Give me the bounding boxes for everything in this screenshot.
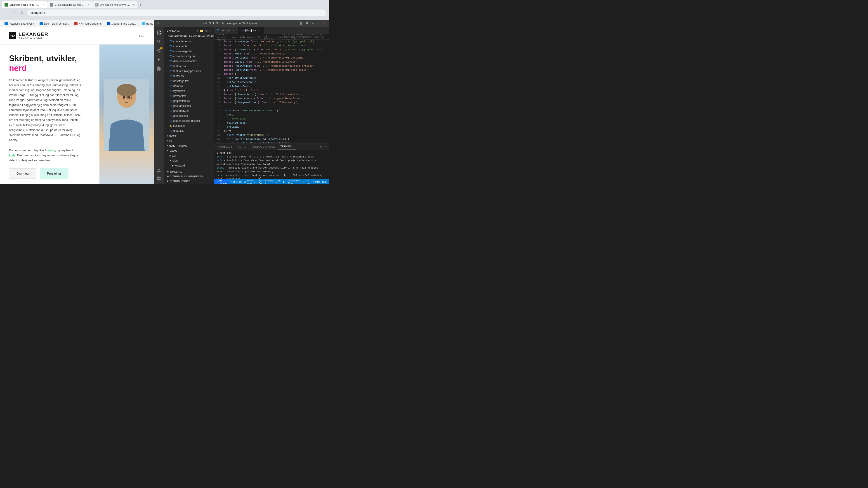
line-ending-status[interactable]: LF: [283, 181, 286, 183]
main-content: Autodesk SharePoint Blog – Dell Technol.…: [0, 20, 329, 184]
folder-node-modules[interactable]: ▶ node_modules: [164, 143, 214, 148]
folder-blog[interactable]: ▼ blog: [164, 158, 214, 163]
link-skrive[interactable]: skrive: [48, 149, 55, 152]
file-hashtags[interactable]: TS hashtags.tsx: [164, 78, 214, 84]
file-hero[interactable]: TS hero.tsx: [164, 84, 214, 89]
workspace-root[interactable]: ▼ NYE NETTSIDER LEKANGER.NO (WORKSPACE): [164, 34, 214, 39]
prosjekter-button[interactable]: Prosjekter: [40, 168, 68, 179]
back-button[interactable]: ←: [3, 9, 9, 16]
github-issues-section[interactable]: ▶ GITHUB ISSUES: [164, 179, 214, 184]
tab-title-2: Gratis arkivbilde av arbeid, arbe...: [55, 3, 86, 6]
github-prs-section[interactable]: ▶ GITHUB PULL REQUESTS: [164, 174, 214, 179]
file-featured-blog[interactable]: TS featured-blog-posts.tsx: [164, 69, 214, 74]
tab-close-2[interactable]: ✕: [87, 3, 90, 6]
terminal-line-1: $ next dev: [217, 151, 327, 155]
tab-slug[interactable]: TS [slug].tsx ✕: [238, 27, 264, 34]
encoding-status[interactable]: UTF-8: [276, 179, 281, 184]
refresh-icon[interactable]: ↻: [205, 29, 208, 33]
tab-close-3[interactable]: ✕: [132, 3, 135, 6]
git-branch-status[interactable]: ⎇ node : next · 1: [243, 179, 256, 184]
minimize-btn[interactable]: ─: [311, 21, 315, 25]
bookmark-sharepoint[interactable]: Autodesk SharePoint: [3, 22, 36, 26]
new-file-icon[interactable]: +: [196, 29, 198, 33]
folder-keyword[interactable]: ▶ keyword: [164, 163, 214, 168]
file-post-body[interactable]: TS post-body.tsx: [164, 108, 214, 113]
bookmark-nrk[interactable]: NRK radio-streams: [72, 22, 103, 26]
tab-hero-label: hero.tsx: [221, 29, 230, 32]
file-cover-image[interactable]: TS cover-image.tsx: [164, 49, 214, 54]
wsl-status[interactable]: ⇌ WSL: Ubuntu: [214, 180, 229, 184]
terminal-content[interactable]: $ next dev info – started server on 0.0.…: [214, 150, 329, 180]
layout-btn[interactable]: ⊞: [305, 21, 309, 25]
file-navbar[interactable]: TS navbar.tsx: [164, 94, 214, 98]
code-line-18: 18: [214, 105, 329, 109]
line-ending-label: LF: [283, 181, 286, 183]
code-line-4: 4 import { useRouter } from 'next/router…: [214, 48, 329, 52]
vscode-body: EXPLORER + 📁 ↻ ≡ ▼ NYE NETTSIDER LEKANGE…: [154, 27, 329, 184]
problems-tab[interactable]: PROBLEMS: [216, 143, 235, 150]
run-icon[interactable]: [155, 56, 163, 64]
ts-icon: TS: [169, 105, 173, 107]
maximize-btn[interactable]: □: [316, 21, 320, 25]
file-pagination[interactable]: TS pagination.tsx: [164, 98, 214, 103]
file-footer[interactable]: TS footer.tsx: [164, 74, 214, 78]
tab-hero-close[interactable]: ✕: [232, 29, 235, 32]
close-btn[interactable]: ✕: [322, 21, 327, 25]
split-terminal-btn[interactable]: ⊕: [320, 144, 323, 149]
sidebar-toggle-btn[interactable]: ▤: [299, 21, 303, 25]
ts-icon: TS: [169, 60, 173, 63]
file-container[interactable]: TS container.tsx: [164, 44, 214, 49]
address-bar[interactable]: lekanger.no: [27, 9, 327, 16]
position-status[interactable]: Ln 29, Col 1: [258, 176, 263, 184]
file-layout[interactable]: TS layout.tsx: [164, 89, 214, 94]
bookmark-homeassistant[interactable]: Home Assistant: [140, 22, 154, 26]
file-customer-story[interactable]: TS customer-story.tsx: [164, 54, 214, 59]
bookmark-xledger[interactable]: Xledger | Iteo Cons...: [105, 22, 138, 26]
right-count-status[interactable]: 1036: [322, 181, 327, 183]
search-icon[interactable]: [155, 37, 163, 46]
bookmark-blog[interactable]: Blog – Dell Technol...: [38, 22, 71, 26]
errors-status[interactable]: ✕ 0 ⚠ 10: [230, 181, 242, 184]
file-contact-me[interactable]: TS contact-me.tsx: [164, 39, 214, 44]
explorer-icon[interactable]: [155, 29, 163, 37]
folder-hooks[interactable]: ▶ hooks: [164, 133, 214, 138]
file-search-results[interactable]: TS search-results-box.tsx: [164, 119, 214, 123]
extensions-icon[interactable]: [155, 65, 163, 73]
terminal-line-2: info – started server on 0.0.0.0:3000, u…: [217, 155, 327, 159]
code-editor[interactable]: 2 import ErrorPage from 'next/error'; //…: [214, 39, 329, 143]
folder-lib[interactable]: ▶ lib: [164, 138, 214, 143]
output-tab[interactable]: OUTPUT: [235, 143, 250, 150]
live-share-status[interactable]: ⚡ Go Live: [302, 179, 310, 184]
browser-tab-1[interactable]: L Lekanger tekst & kode - tekstfor... ✕: [2, 1, 47, 8]
new-folder-icon[interactable]: 📁: [199, 29, 204, 33]
om-meg-button[interactable]: Om meg: [9, 168, 36, 179]
browser-tab-3[interactable]: O Om meg og <mark>hva jeg driv... ✕: [92, 1, 137, 8]
file-meta[interactable]: TS meta.tsx: [164, 128, 214, 133]
language-status[interactable]: TypeScript React: [288, 179, 300, 184]
source-control-icon[interactable]: [155, 46, 163, 55]
file-spinner[interactable]: JS spinner.js: [164, 123, 214, 128]
timeline-section[interactable]: ▶ TIMELINE: [164, 169, 214, 174]
forward-button[interactable]: →: [11, 9, 17, 16]
terminal-tab[interactable]: TERMINAL: [278, 143, 296, 150]
close-panel-btn[interactable]: ✕: [324, 144, 327, 149]
tab-slug-close[interactable]: ✕: [257, 29, 261, 32]
file-feature[interactable]: TS feature.tsx: [164, 64, 214, 69]
code-line-3: 3 import Link from 'next/link'; // 4.4k …: [214, 43, 329, 48]
link-kode[interactable]: kode: [9, 154, 16, 157]
prettier-status[interactable]: Prettier: [312, 181, 320, 183]
refresh-button[interactable]: ↻: [19, 9, 25, 16]
browser-tab-2[interactable]: G Gratis arkivbilde av arbeid, arbe... ✕: [47, 1, 92, 8]
debug-console-tab[interactable]: DEBUG CONSOLE: [250, 143, 278, 150]
new-tab-button[interactable]: +: [137, 2, 144, 8]
file-date-author[interactable]: TS date-and-author.tsx: [164, 59, 214, 64]
tab-close-1[interactable]: ✕: [41, 3, 45, 6]
settings-icon[interactable]: [155, 174, 163, 183]
file-post-title[interactable]: TS post-title.tsx: [164, 113, 214, 119]
spaces-status[interactable]: Spaces: 4: [265, 179, 274, 184]
collapse-icon[interactable]: ≡: [209, 29, 211, 33]
folder-pages[interactable]: ▼ pages: [164, 148, 214, 153]
file-post-article[interactable]: TS post-article.tsx: [164, 103, 214, 108]
folder-api[interactable]: ▶ api: [164, 153, 214, 158]
accounts-icon[interactable]: [155, 166, 163, 174]
